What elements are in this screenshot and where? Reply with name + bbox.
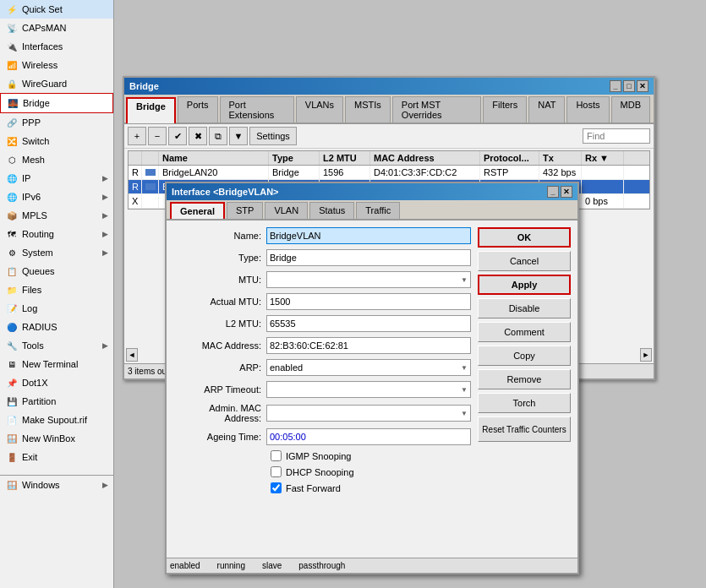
igmp-snooping-checkbox[interactable]: [271, 450, 282, 461]
interface-close-button[interactable]: ✕: [561, 186, 572, 198]
sidebar-label-mesh: Mesh: [22, 155, 45, 165]
tab-bridge[interactable]: Bridge: [126, 97, 176, 123]
row1-tx: 432 bps: [539, 166, 582, 179]
actual-mtu-input[interactable]: [266, 293, 471, 310]
sidebar-item-make-supout[interactable]: 📄 Make Supout.rif: [0, 411, 113, 429]
tools-icon: 🔧: [5, 339, 19, 352]
tab-mstis[interactable]: MSTIs: [345, 96, 391, 122]
table-row[interactable]: R BridgeLAN20 Bridge 1596 D4:01:C3:3F:CD…: [129, 166, 649, 180]
cancel-button[interactable]: Cancel: [478, 251, 571, 271]
row2-rx: [582, 180, 624, 193]
sidebar-item-partition[interactable]: 💾 Partition: [0, 392, 113, 411]
sidebar-item-dot1x[interactable]: 📌 Dot1X: [0, 373, 113, 392]
copy-button[interactable]: ⧉: [209, 127, 227, 145]
bridge-maximize-button[interactable]: □: [623, 80, 635, 92]
tab-hosts[interactable]: Hosts: [566, 96, 609, 122]
dialog-tab-general[interactable]: General: [170, 202, 225, 219]
sidebar-item-tools[interactable]: 🔧 Tools ▶: [0, 336, 113, 355]
admin-mac-select[interactable]: ▼: [266, 405, 471, 422]
sidebar-item-ppp[interactable]: 🔗 PPP: [0, 113, 113, 132]
interface-minimize-button[interactable]: _: [547, 186, 559, 198]
quickset-icon: ⚡: [5, 3, 19, 16]
col-tx: Tx: [539, 151, 582, 165]
settings-button[interactable]: Settings: [249, 127, 297, 145]
type-input[interactable]: [266, 249, 471, 266]
dhcp-snooping-checkbox[interactable]: [271, 466, 282, 477]
sidebar-label-capsman: CAPsMAN: [22, 23, 67, 33]
system-arrow: ▶: [102, 248, 108, 257]
ageing-time-input[interactable]: [266, 428, 471, 445]
dialog-tab-stp[interactable]: STP: [227, 202, 263, 219]
buttons-panel: OK Cancel Apply Disable Comment Copy Rem…: [478, 227, 571, 498]
fast-forward-checkbox[interactable]: [271, 482, 282, 493]
remove-button[interactable]: −: [148, 127, 167, 145]
sidebar-item-system[interactable]: ⚙ System ▶: [0, 243, 113, 262]
sidebar-item-bridge[interactable]: 🌉 Bridge: [0, 93, 113, 113]
dialog-tab-vlan[interactable]: VLAN: [265, 202, 308, 219]
sidebar-item-wireguard[interactable]: 🔒 WireGuard: [0, 74, 113, 93]
arp-select[interactable]: enabled ▼: [266, 359, 471, 376]
ok-button[interactable]: OK: [478, 227, 571, 248]
tab-vlans[interactable]: VLANs: [296, 96, 343, 122]
add-button[interactable]: +: [128, 127, 146, 145]
torch-button[interactable]: Torch: [478, 393, 571, 413]
sidebar-item-files[interactable]: 📁 Files: [0, 280, 113, 299]
copy-button-dialog[interactable]: Copy: [478, 346, 571, 366]
sidebar-item-interfaces[interactable]: 🔌 Interfaces: [0, 37, 113, 56]
interfaces-icon: 🔌: [5, 40, 19, 53]
windows-arrow: ▶: [102, 481, 108, 489]
remove-button-dialog[interactable]: Remove: [478, 369, 571, 389]
dialog-tab-traffic[interactable]: Traffic: [356, 202, 400, 219]
log-icon: 📝: [5, 302, 19, 315]
bridge-tab-bar: Bridge Ports Port Extensions VLANs MSTIs…: [124, 95, 654, 124]
sidebar-item-exit[interactable]: 🚪 Exit: [0, 448, 113, 466]
sidebar-item-ip[interactable]: 🌐 IP ▶: [0, 169, 113, 188]
sidebar-item-windows[interactable]: 🪟 Windows ▶: [0, 475, 113, 494]
sidebar-item-routing[interactable]: 🗺 Routing ▶: [0, 225, 113, 243]
sidebar-item-queues[interactable]: 📋 Queues: [0, 262, 113, 280]
tab-nat[interactable]: NAT: [528, 96, 565, 122]
mac-input[interactable]: [266, 337, 471, 354]
sidebar-item-quickset[interactable]: ⚡ Quick Set: [0, 0, 113, 19]
bridge-close-button[interactable]: ✕: [637, 80, 649, 92]
igmp-snooping-row: IGMP Snooping: [271, 450, 471, 461]
tab-ports[interactable]: Ports: [178, 96, 218, 122]
sidebar-item-mesh[interactable]: ⬡ Mesh: [0, 150, 113, 169]
sidebar-item-new-winbox[interactable]: 🪟 New WinBox: [0, 429, 113, 448]
sidebar-item-switch[interactable]: 🔀 Switch: [0, 132, 113, 150]
sidebar-item-radius[interactable]: 🔵 RADIUS: [0, 318, 113, 336]
find-input[interactable]: [583, 128, 650, 144]
tab-port-mst-overrides[interactable]: Port MST Overrides: [392, 96, 481, 122]
enable-button[interactable]: ✔: [168, 127, 187, 145]
arp-timeout-select[interactable]: ▼: [266, 381, 471, 398]
tab-port-extensions[interactable]: Port Extensions: [220, 96, 294, 122]
mtu-select[interactable]: ▼: [266, 271, 471, 288]
reset-traffic-button[interactable]: Reset Traffic Counters: [478, 416, 571, 442]
sidebar-item-log[interactable]: 📝 Log: [0, 299, 113, 318]
scroll-left-button[interactable]: ◄: [126, 348, 138, 362]
exit-icon: 🚪: [5, 450, 19, 464]
tab-filters[interactable]: Filters: [483, 96, 527, 122]
sidebar-label-files: Files: [22, 285, 41, 295]
sidebar-item-mpls[interactable]: 📦 MPLS ▶: [0, 206, 113, 225]
l2mtu-input[interactable]: [266, 315, 471, 332]
apply-button[interactable]: Apply: [478, 275, 571, 295]
scroll-right-button[interactable]: ►: [640, 348, 652, 362]
filter-button[interactable]: ▼: [229, 127, 248, 145]
row1-l2mtu: 1596: [320, 166, 370, 179]
sidebar-label-wireguard: WireGuard: [22, 79, 67, 89]
sidebar-item-wireless[interactable]: 📶 Wireless: [0, 56, 113, 74]
fast-forward-label: Fast Forward: [286, 483, 341, 493]
sidebar-item-ipv6[interactable]: 🌐 IPv6 ▶: [0, 188, 113, 206]
status3: slave: [262, 561, 282, 570]
sidebar-item-capsman[interactable]: 📡 CAPsMAN: [0, 19, 113, 37]
dialog-tab-status[interactable]: Status: [309, 202, 354, 219]
sidebar-item-new-terminal[interactable]: 🖥 New Terminal: [0, 355, 113, 373]
tab-mdb[interactable]: MDB: [611, 96, 650, 122]
name-input[interactable]: [266, 227, 471, 244]
bridge-minimize-button[interactable]: _: [610, 80, 621, 92]
comment-button[interactable]: Comment: [478, 322, 571, 342]
disable-button[interactable]: Disable: [478, 298, 571, 318]
form-area: Name: Type: MTU: ▼ Actual MTU:: [173, 227, 471, 498]
disable-button[interactable]: ✖: [189, 127, 207, 145]
